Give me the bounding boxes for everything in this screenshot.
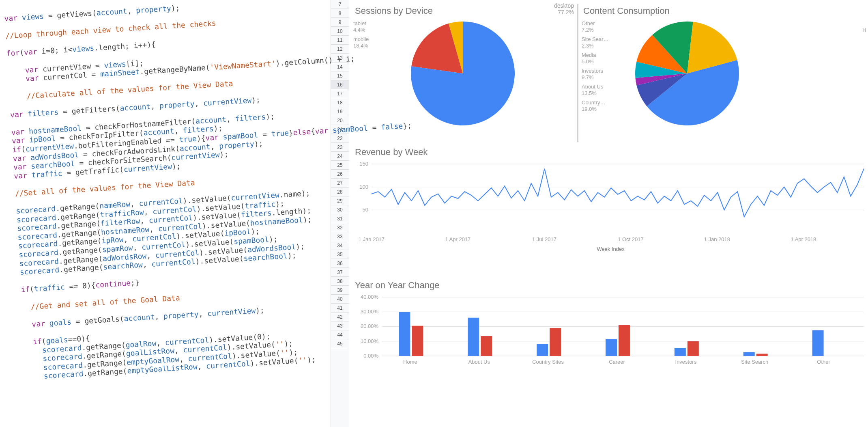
svg-rect-35 — [675, 348, 686, 356]
svg-text:Other: Other — [817, 359, 830, 365]
code-editor[interactable]: var views = getViews(account, property);… — [0, 0, 331, 427]
svg-text:1 Apr 2018: 1 Apr 2018 — [791, 236, 816, 242]
chart-title: Content Consumption — [583, 6, 868, 16]
chart-content-consumption: Content Consumption Other7.2%Site Sear…2… — [582, 4, 868, 142]
chart-title: Year on Year Change — [355, 280, 868, 291]
svg-text:1 Apr 2017: 1 Apr 2017 — [445, 236, 471, 242]
svg-rect-39 — [756, 354, 768, 356]
svg-rect-27 — [481, 336, 492, 356]
svg-rect-29 — [537, 344, 548, 356]
code-content: var views = getViews(account, property);… — [4, 0, 426, 382]
chart-yoy-change: Year on Year Change 0.00%10.00%20.00%30.… — [353, 278, 868, 427]
svg-rect-30 — [550, 328, 561, 356]
svg-rect-36 — [688, 341, 699, 356]
chart-title: Revenue by Week — [355, 147, 868, 157]
svg-text:Week Index: Week Index — [597, 246, 625, 252]
svg-rect-33 — [619, 325, 630, 356]
svg-text:About Us: About Us — [468, 359, 490, 365]
svg-text:1 Jul 2017: 1 Jul 2017 — [532, 236, 556, 242]
svg-text:Country Sites: Country Sites — [532, 359, 564, 365]
svg-text:1 Oct 2017: 1 Oct 2017 — [618, 236, 643, 242]
line-chart: 501001501 Jan 20171 Apr 20171 Jul 20171 … — [353, 160, 868, 253]
svg-text:Investors: Investors — [675, 359, 697, 365]
svg-text:Site Search: Site Search — [741, 359, 768, 365]
svg-text:Home: Home — [403, 359, 417, 365]
pie-chart — [626, 19, 748, 128]
pie-legend-right: H — [862, 27, 866, 33]
pie-legend-left: Other7.2%Site Sear…2.3%Media5.0%Investor… — [582, 19, 626, 115]
svg-rect-38 — [743, 352, 755, 356]
dashboard-area: Sessions by Device tablet 4.4% mobile 18… — [349, 0, 868, 427]
svg-rect-41 — [812, 330, 824, 356]
pie-legend-right: desktop 77.2% — [554, 2, 574, 15]
svg-text:Career: Career — [609, 359, 625, 365]
bar-chart: 0.00%10.00%20.00%30.00%40.00%HomeAbout U… — [353, 293, 868, 366]
pie-chart — [402, 19, 524, 128]
svg-rect-26 — [468, 318, 479, 356]
svg-text:1 Jan 2018: 1 Jan 2018 — [704, 236, 730, 242]
chart-revenue-by-week: Revenue by Week 501001501 Jan 20171 Apr … — [353, 145, 868, 275]
svg-rect-32 — [606, 339, 617, 356]
